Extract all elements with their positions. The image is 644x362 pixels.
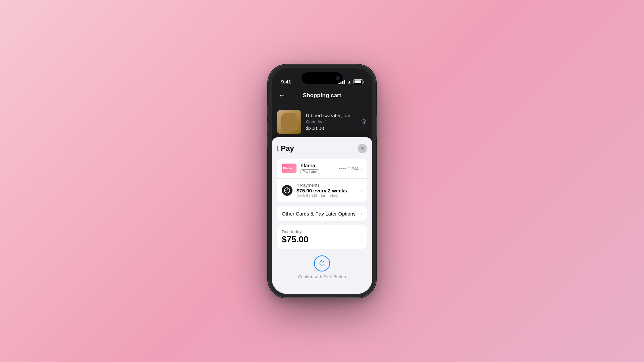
card-number: •••• 1234 xyxy=(339,166,359,171)
page-title: Shopping cart xyxy=(303,92,341,99)
apple-pay-logo:  Pay xyxy=(277,144,294,153)
clock-face xyxy=(284,187,290,193)
payment-amount: $75.00 every 2 weeks xyxy=(297,188,361,193)
phone-shell: 9:41 ▲ ← Sh xyxy=(268,65,376,297)
status-right: ▲ xyxy=(338,79,363,84)
payment-info: 4 Payments $75.00 every 2 weeks (with $7… xyxy=(297,183,361,198)
app-content: ← Shopping cart Ribbed sweater, tan Quan… xyxy=(272,87,372,294)
card-row[interactable]: Klarna Klarna Pay Later •••• 1234 › xyxy=(277,159,367,179)
item-details: Ribbed sweater, tan Quantity: 1 $200.00 xyxy=(306,113,361,131)
home-indicator xyxy=(305,282,339,283)
card-info: Klarna Pay Later xyxy=(301,163,339,174)
table-row: Ribbed sweater, tan Quantity: 1 $200.00 … xyxy=(277,107,367,138)
close-icon: ✕ xyxy=(361,146,364,151)
front-camera xyxy=(336,76,340,80)
phone-screen: 9:41 ▲ ← Sh xyxy=(272,68,372,294)
item-price: $200.00 xyxy=(306,125,361,131)
card-section: Klarna Klarna Pay Later •••• 1234 › xyxy=(277,159,367,202)
close-button[interactable]: ✕ xyxy=(358,144,367,153)
confirm-area: ⏱ Confirm with Side Button xyxy=(277,255,367,279)
payment-plan-row[interactable]: 4 Payments $75.00 every 2 weeks (with $7… xyxy=(277,179,367,202)
due-amount: $75.00 xyxy=(282,234,361,245)
apple-icon:  xyxy=(277,144,279,152)
sheet-header:  Pay ✕ xyxy=(277,144,367,153)
back-button[interactable]: ← xyxy=(278,91,286,100)
item-name: Ribbed sweater, tan xyxy=(306,113,361,118)
side-button-symbol: ⏱ xyxy=(319,259,325,267)
item-quantity: Quantity: 1 xyxy=(306,119,361,124)
klarna-card-image: Klarna xyxy=(282,164,297,173)
other-cards-label: Other Cards & Pay Later Options xyxy=(282,211,361,217)
side-button-icon: ⏱ xyxy=(314,255,330,272)
klarna-logo: Klarna xyxy=(283,167,292,170)
product-image xyxy=(277,110,301,134)
time-display: 9:41 xyxy=(281,79,291,84)
battery-icon xyxy=(354,79,363,84)
chevron-right-icon: › xyxy=(361,188,362,193)
apple-pay-sheet:  Pay ✕ Klarna xyxy=(272,137,372,294)
due-label: Due today xyxy=(282,229,361,234)
chevron-right-icon: › xyxy=(361,211,362,216)
delete-button[interactable]: 🗑 xyxy=(361,118,367,125)
wifi-icon: ▲ xyxy=(347,79,352,84)
due-info: Due today $75.00 xyxy=(282,229,361,245)
other-cards-row[interactable]: Other Cards & Pay Later Options › xyxy=(277,206,367,221)
payment-note: (with $75.00 due today) xyxy=(297,193,361,198)
dynamic-island xyxy=(302,72,342,84)
due-today-row[interactable]: Due today $75.00 › xyxy=(277,225,367,249)
card-brand: Klarna xyxy=(301,163,339,168)
phone-device: 9:41 ▲ ← Sh xyxy=(268,65,376,297)
chevron-right-icon: › xyxy=(361,166,362,171)
clock-icon xyxy=(282,185,292,196)
payment-label: 4 Payments xyxy=(297,183,361,188)
chevron-right-icon: › xyxy=(361,234,362,240)
pay-logo-text: Pay xyxy=(281,144,294,153)
nav-bar: ← Shopping cart xyxy=(272,87,372,104)
pay-later-badge: Pay Later xyxy=(301,169,319,174)
confirm-label: Confirm with Side Button xyxy=(298,274,346,279)
sweater-image xyxy=(277,110,301,134)
